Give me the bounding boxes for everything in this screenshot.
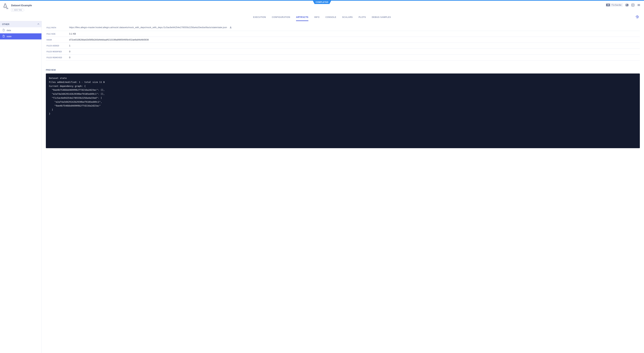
meta-label: FILES ADDED: [46, 43, 68, 49]
file-size-value: 3.1 KB: [68, 31, 640, 37]
tab-execution[interactable]: EXECUTION: [253, 16, 266, 21]
page-title: Dataset Example: [11, 4, 603, 7]
id-label: ID: [606, 4, 610, 6]
sidebar-section-other[interactable]: OTHER: [0, 21, 42, 27]
tab-strip: EXECUTION CONFIGURATION ARTIFACTS INFO C…: [0, 12, 644, 21]
row-files-modified: FILES MODIFIED 0: [46, 49, 640, 55]
sidebar-section-label: OTHER: [2, 23, 10, 26]
status-bar: COMPLETED: [0, 0, 644, 1]
tab-debug-samples[interactable]: DEBUG SAMPLES: [372, 16, 391, 21]
svg-rect-8: [626, 4, 627, 5]
tab-configuration[interactable]: CONFIGURATION: [272, 16, 290, 21]
files-modified-value: 0: [68, 49, 640, 55]
sidebar-item-label: data: [6, 29, 11, 32]
svg-point-1: [6, 7, 6, 7]
chevron-up-icon: [37, 23, 40, 26]
files-removed-value: 0: [68, 55, 640, 61]
refresh-icon[interactable]: [635, 15, 639, 19]
add-tag-label: ADD TAG: [14, 9, 22, 11]
tab-plots[interactable]: PLOTS: [358, 16, 366, 21]
tab-console[interactable]: CONSOLE: [326, 16, 336, 21]
preview-heading: PREVIEW: [46, 69, 640, 71]
meta-label: FILE SIZE: [46, 31, 68, 37]
svg-point-6: [8, 9, 8, 9]
svg-rect-15: [637, 16, 637, 17]
svg-point-2: [7, 8, 7, 8]
artifact-sidebar: OTHER data state: [0, 21, 42, 353]
sidebar-item-label: state: [6, 35, 12, 38]
svg-point-0: [5, 6, 5, 7]
experiment-logo-icon: [2, 3, 8, 9]
svg-point-3: [8, 8, 8, 8]
menu-icon[interactable]: [637, 3, 640, 7]
hash-value: d72ce010628da42b585b2b5d4ebbaaf4210198a9…: [68, 37, 640, 43]
row-file-path: FILE PATH https://files.allegro-master.h…: [46, 25, 640, 31]
row-hash: HASH d72ce010628da42b585b2b5d4ebbaaf4210…: [46, 37, 640, 43]
tab-info[interactable]: INFO: [314, 16, 320, 21]
meta-label: FILE PATH: [46, 25, 68, 31]
meta-label: HASH: [46, 37, 68, 43]
preview-content: Dataset state Files added/modified: 1 - …: [46, 74, 640, 148]
meta-label: FILES MODIFIED: [46, 49, 68, 55]
tab-artifacts[interactable]: ARTIFACTS: [296, 16, 308, 21]
file-icon: [2, 29, 5, 32]
split-view-icon[interactable]: [631, 3, 634, 7]
file-path-value: https://files.allegro-master.hosted.alle…: [69, 26, 227, 29]
sidebar-item-data[interactable]: data: [0, 27, 42, 33]
id-value: f1c5ac6e: [611, 4, 622, 6]
view-details-icon[interactable]: [625, 3, 629, 7]
meta-label: FILES REMOVED: [46, 55, 68, 61]
plus-icon: +: [12, 9, 13, 11]
svg-rect-9: [626, 5, 628, 6]
add-tag-button[interactable]: + ADD TAG: [11, 9, 23, 12]
download-icon[interactable]: [229, 27, 232, 29]
row-files-removed: FILES REMOVED 0: [46, 55, 640, 61]
id-badge[interactable]: ID f1c5ac6e: [606, 3, 623, 7]
file-icon: [2, 35, 5, 38]
svg-point-5: [7, 9, 8, 9]
artifact-detail: FILE PATH https://files.allegro-master.h…: [42, 21, 644, 353]
status-badge: COMPLETED: [312, 0, 332, 4]
svg-rect-16: [638, 16, 638, 17]
files-added-value: 1: [68, 43, 640, 49]
row-files-added: FILES ADDED 1: [46, 43, 640, 49]
artifact-meta-table: FILE PATH https://files.allegro-master.h…: [46, 25, 640, 61]
tab-scalars[interactable]: SCALARS: [342, 16, 353, 21]
row-file-size: FILE SIZE 3.1 KB: [46, 31, 640, 37]
svg-point-4: [6, 9, 7, 9]
sidebar-item-state[interactable]: state: [0, 33, 42, 40]
